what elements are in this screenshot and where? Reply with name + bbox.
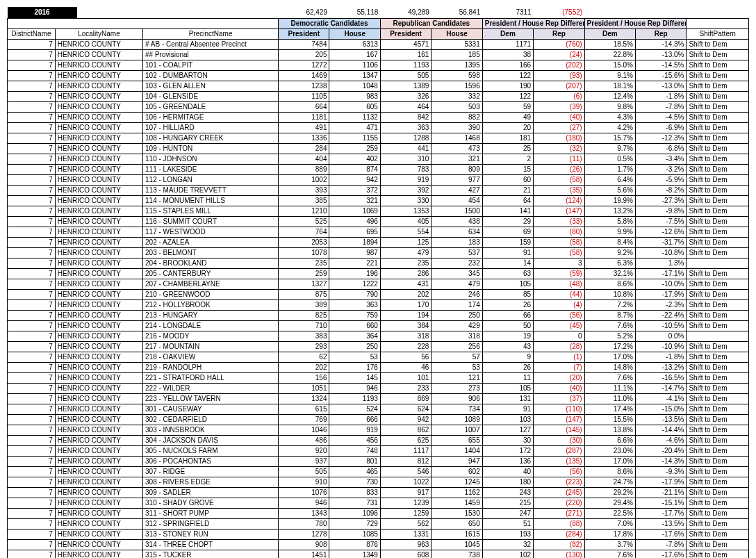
district-cell: 7 [8, 384, 56, 394]
locality-cell: HENRICO COUNTY [55, 269, 142, 279]
locality-cell: HENRICO COUNTY [55, 311, 142, 321]
pct-dem-cell: 11.1% [584, 384, 635, 394]
dem-house-cell: 6313 [329, 40, 380, 50]
col-pct-rep: Rep [636, 29, 687, 40]
rep-president-cell: 170 [380, 300, 431, 311]
dem-house-cell: 1222 [329, 279, 380, 290]
pct-rep-cell: -8.2% [636, 186, 687, 196]
pct-rep-cell: -7.8% [636, 540, 687, 550]
district-cell: 7 [8, 373, 56, 384]
diff-rep-cell: (11) [534, 154, 584, 165]
diff-rep-cell: (33) [534, 217, 584, 227]
pct-rep-cell: -14.7% [636, 384, 687, 394]
total-rep-president: 49,289 [380, 7, 431, 19]
table-row: 7HENRICO COUNTY103 - GLEN ALLEN123810481… [8, 81, 749, 92]
diff-dem-cell: 243 [482, 488, 533, 498]
diff-dem-cell: 69 [482, 227, 533, 238]
table-row: 7HENRICO COUNTY115 - STAPLES MILL1210106… [8, 206, 749, 217]
dem-house-cell: 660 [329, 321, 380, 331]
pct-rep-cell: -4.6% [636, 436, 687, 446]
rep-house-cell: 977 [432, 175, 482, 186]
diff-dem-cell: 43 [482, 342, 533, 352]
diff-dem-cell: 40 [482, 467, 533, 477]
locality-cell: HENRICO COUNTY [55, 217, 142, 227]
rep-president-cell: 441 [380, 144, 431, 154]
district-cell: 7 [8, 498, 56, 509]
pct-rep-cell: -9.8% [636, 206, 687, 217]
pct-rep-cell: -13.5% [636, 415, 687, 425]
pct-rep-cell: -10.5% [636, 321, 687, 331]
table-row: 7HENRICO COUNTY312 - SPRINGFIELD78072956… [8, 519, 749, 530]
shift-cell: Shift to Dem [687, 488, 749, 498]
rep-president-cell: 608 [380, 550, 431, 559]
diff-dem-cell: 51 [482, 519, 533, 530]
precinct-cell: 222 - WILDER [143, 384, 279, 394]
dem-house-cell: 524 [329, 404, 380, 415]
diff-dem-cell: 105 [482, 279, 533, 290]
results-table: 2016 62,429 55,118 49,289 56,841 7311 (7… [7, 7, 749, 558]
rep-house-cell: 1530 [432, 509, 482, 519]
rep-house-cell: 1459 [432, 498, 482, 509]
table-row: 7HENRICO COUNTY221 - STRATFORD HALL15614… [8, 373, 749, 384]
dem-house-cell: 1193 [329, 394, 380, 404]
rep-president-cell: 326 [380, 92, 431, 102]
locality-cell: HENRICO COUNTY [55, 467, 142, 477]
precinct-cell: 114 - MONUMENT HILLS [143, 196, 279, 206]
diff-dem-cell: 85 [482, 290, 533, 300]
pct-dem-cell: 3.7% [584, 540, 635, 550]
dem-house-cell: 946 [329, 384, 380, 394]
pct-dem-cell: 7.2% [584, 300, 635, 311]
rep-house-cell: 185 [432, 50, 482, 60]
dem-president-cell: 946 [279, 498, 329, 509]
dem-house-cell: 250 [329, 342, 380, 352]
diff-rep-cell: (26) [534, 165, 584, 175]
rep-house-cell: 1500 [432, 206, 482, 217]
col-shift: ShiftPattern [687, 29, 749, 40]
rep-president-cell: 392 [380, 186, 431, 196]
precinct-cell: 303 - INNSBROOK [143, 425, 279, 436]
diff-rep-cell: (207) [534, 81, 584, 92]
table-row: 7HENRICO COUNTY101 - COALPIT127211061193… [8, 60, 749, 71]
diff-rep-cell: (40) [534, 113, 584, 123]
table-row: 7HENRICO COUNTY308 - RIVERS EDGE91073010… [8, 477, 749, 488]
dem-president-cell: 383 [279, 331, 329, 342]
dem-president-cell: 1105 [279, 92, 329, 102]
rep-house-cell: 598 [432, 71, 482, 81]
dem-house-cell: 1347 [329, 71, 380, 81]
dem-president-cell: 1324 [279, 394, 329, 404]
pct-dem-cell: 29.2% [584, 488, 635, 498]
diff-rep-cell: (58) [534, 175, 584, 186]
pct-dem-cell: 29.4% [584, 498, 635, 509]
precinct-cell: 117 - WESTWOOD [143, 227, 279, 238]
rep-house-cell: 537 [432, 248, 482, 259]
rep-house-cell: 809 [432, 165, 482, 175]
precinct-cell: 205 - CANTERBURY [143, 269, 279, 279]
dem-president-cell: 385 [279, 196, 329, 206]
rep-house-cell: 602 [432, 467, 482, 477]
shift-cell: Shift to Dem [687, 248, 749, 259]
rep-president-cell: 479 [380, 248, 431, 259]
locality-cell: HENRICO COUNTY [55, 331, 142, 342]
dem-president-cell: 764 [279, 227, 329, 238]
pct-dem-cell: 9.2% [584, 248, 635, 259]
dem-president-cell: 1210 [279, 206, 329, 217]
diff-dem-cell: 63 [482, 269, 533, 279]
rep-house-cell: 429 [432, 321, 482, 331]
dem-house-cell: 167 [329, 50, 380, 60]
table-row: 7HENRICO COUNTY302 - CEDARFIELD769666942… [8, 415, 749, 425]
pct-rep-cell: -17.1% [636, 269, 687, 279]
diff-rep-cell: (45) [534, 321, 584, 331]
table-row: 7HENRICO COUNTY# AB - Central Absentee P… [8, 40, 749, 50]
rep-president-cell: 842 [380, 113, 431, 123]
district-cell: 7 [8, 217, 56, 227]
diff-rep-cell: (271) [534, 509, 584, 519]
pct-rep-cell: -13.5% [636, 519, 687, 530]
district-cell: 7 [8, 321, 56, 331]
locality-cell: HENRICO COUNTY [55, 113, 142, 123]
total-dem-president: 62,429 [279, 7, 329, 19]
dem-president-cell: 1469 [279, 71, 329, 81]
district-cell: 7 [8, 331, 56, 342]
rep-house-cell: 1468 [432, 133, 482, 144]
dem-president-cell: 1278 [279, 530, 329, 540]
district-cell: 7 [8, 279, 56, 290]
